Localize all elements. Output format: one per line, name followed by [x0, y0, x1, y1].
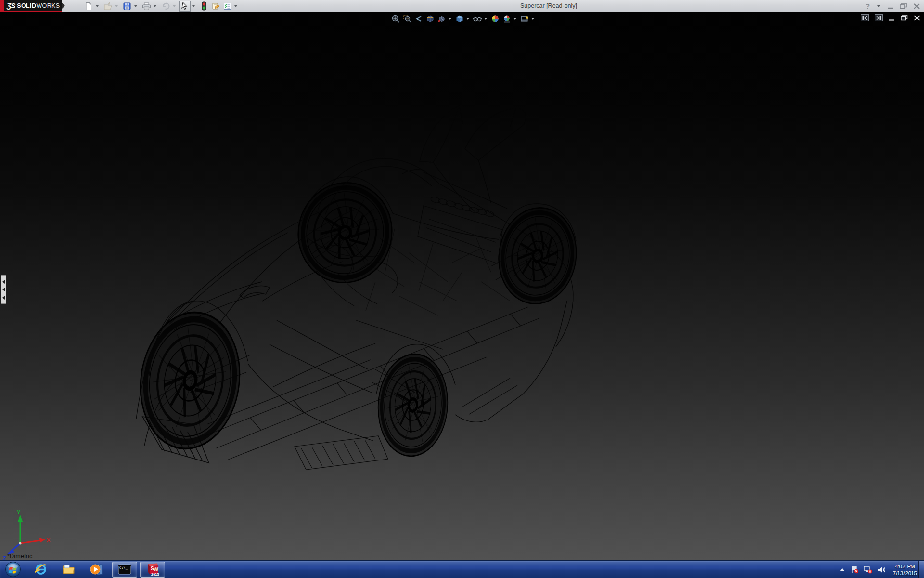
volume-icon[interactable] — [877, 566, 886, 574]
triad-x-label: X — [47, 537, 51, 543]
options-button[interactable] — [221, 1, 233, 12]
taskbar-internet-explorer[interactable] — [28, 562, 53, 578]
undo-button[interactable] — [160, 1, 171, 12]
solidworks-window: ƷS SOLIDWORKS — [0, 0, 924, 578]
help-dropdown[interactable] — [876, 1, 881, 12]
folder-icon — [62, 563, 76, 576]
solidworks-logo-mark: ƷS — [7, 1, 15, 10]
zoom-to-fit-icon — [391, 14, 400, 23]
new-document-dropdown[interactable] — [94, 1, 100, 12]
internet-explorer-icon — [34, 563, 48, 576]
apply-scene-icon — [502, 14, 511, 23]
clock-date: 7/13/2015 — [893, 570, 917, 577]
menu-flyout-arrow-icon[interactable] — [62, 3, 65, 9]
clock-time: 4:02 PM — [893, 563, 917, 570]
edit-appearance-button[interactable] — [489, 14, 501, 24]
heads-up-view-toolbar — [390, 13, 537, 24]
options-dropdown[interactable] — [233, 1, 238, 12]
windows-start-icon — [5, 561, 21, 578]
titlebar-controls: ? — [865, 0, 920, 12]
document-window-controls — [861, 14, 920, 21]
taskbar-clock[interactable]: 4:02 PM 7/13/2015 — [893, 563, 917, 577]
edit-appearance-icon — [491, 14, 500, 23]
title-bar: ƷS SOLIDWORKS — [0, 0, 924, 12]
display-style-dropdown[interactable] — [465, 14, 470, 24]
document-close-button[interactable] — [914, 15, 920, 21]
quick-access-toolbar — [83, 0, 241, 12]
rebuild-traffic-light-icon — [201, 1, 207, 11]
hide-show-items-dropdown[interactable] — [483, 14, 488, 24]
undo-dropdown[interactable] — [171, 1, 177, 12]
open-button[interactable] — [102, 1, 114, 12]
command-prompt-icon-text: C:\_ — [119, 566, 128, 570]
previous-view-button[interactable] — [413, 14, 424, 24]
view-settings-dropdown[interactable] — [530, 14, 535, 24]
solidworks-2015-icon: S W 2015 — [145, 562, 160, 577]
view-orientation-label: *Dimetric — [7, 553, 33, 560]
show-desktop-button[interactable] — [918, 561, 924, 578]
solidworks-logo: ƷS SOLIDWORKS — [0, 0, 62, 12]
wireframe-car-model[interactable]: Y X Z — [0, 12, 924, 560]
save-dropdown[interactable] — [133, 1, 138, 12]
windows-taskbar: C:\_ S W 2015 — [0, 560, 924, 578]
solidworks-logo-text: SOLIDWORKS — [17, 2, 60, 9]
network-status-icon[interactable] — [863, 565, 873, 574]
view-orientation-icon — [437, 14, 446, 23]
document-minimize-button[interactable] — [889, 15, 895, 21]
view-settings-button[interactable] — [519, 14, 530, 24]
system-tray: 4:02 PM 7/13/2015 — [839, 561, 917, 578]
zoom-to-fit-button[interactable] — [390, 14, 401, 24]
start-button[interactable] — [4, 561, 22, 578]
taskbar-solidworks[interactable]: S W 2015 — [140, 562, 165, 578]
help-button[interactable]: ? — [865, 2, 870, 10]
zoom-to-area-icon — [403, 14, 411, 23]
options-icon — [223, 2, 232, 11]
display-style-icon — [455, 14, 464, 23]
command-prompt-icon: C:\_ — [118, 564, 131, 575]
new-document-icon — [84, 2, 93, 11]
taskbar-windows-explorer[interactable] — [56, 562, 81, 578]
hide-show-items-icon — [473, 14, 482, 23]
previous-view-icon — [414, 14, 423, 23]
new-document-button[interactable] — [83, 1, 94, 12]
pane-arrow-left-icon — [862, 16, 867, 20]
apply-scene-button[interactable] — [501, 14, 513, 24]
car-rear-wing — [420, 105, 526, 211]
show-hidden-icons-button[interactable] — [839, 567, 846, 572]
collapse-pane-left-button[interactable] — [861, 14, 869, 21]
rebuild-button[interactable] — [198, 1, 210, 12]
print-button[interactable] — [141, 1, 152, 12]
triad-y-label: Y — [17, 509, 21, 515]
view-orientation-button[interactable] — [436, 14, 448, 24]
feature-manager-collapse-handle[interactable] — [1, 275, 6, 304]
sw-icon-w: W — [154, 567, 159, 572]
taskbar-media-player[interactable] — [84, 562, 109, 578]
media-player-icon — [90, 563, 104, 576]
open-dropdown[interactable] — [114, 1, 119, 12]
save-button[interactable] — [121, 1, 133, 12]
pane-arrow-right-icon — [876, 16, 881, 20]
hide-show-items-button[interactable] — [472, 14, 483, 24]
save-icon — [123, 2, 131, 11]
collapse-pane-right-button[interactable] — [875, 14, 883, 21]
app-minimize-button[interactable] — [887, 3, 894, 9]
app-close-button[interactable] — [913, 3, 920, 9]
apply-scene-dropdown[interactable] — [513, 14, 517, 24]
zoom-to-area-button[interactable] — [401, 14, 413, 24]
display-style-button[interactable] — [454, 14, 465, 24]
section-view-button[interactable] — [424, 14, 436, 24]
document-restore-button[interactable] — [901, 15, 908, 21]
taskbar-command-prompt[interactable]: C:\_ — [112, 562, 137, 578]
view-orientation-dropdown[interactable] — [448, 14, 452, 24]
app-restore-button[interactable] — [900, 3, 907, 9]
window-title: Supercar [Read-only] — [486, 0, 611, 12]
taskbar-apps: C:\_ S W 2015 — [28, 561, 165, 578]
select-tool-dropdown[interactable] — [191, 1, 196, 12]
print-icon — [142, 2, 151, 11]
print-dropdown[interactable] — [152, 1, 157, 12]
undo-icon — [161, 2, 170, 11]
graphics-viewport[interactable]: Y X Z — [0, 12, 924, 560]
action-center-flag-icon[interactable] — [850, 565, 859, 574]
select-tool-button[interactable] — [179, 1, 191, 12]
file-properties-button[interactable] — [210, 1, 221, 12]
